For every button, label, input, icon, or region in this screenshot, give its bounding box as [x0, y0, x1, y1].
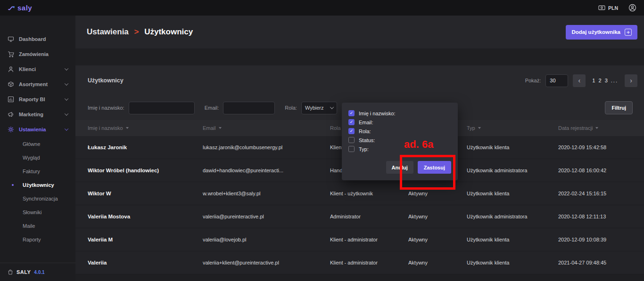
reports-chart-icon	[8, 96, 14, 103]
sort-arrow-down	[595, 127, 598, 129]
popup-option-type[interactable]: Typ:	[348, 145, 451, 153]
app-name: SALY	[17, 269, 31, 275]
cell-date: 2020-12-08 16:00:42	[558, 168, 644, 173]
currency-selector[interactable]: PLN	[598, 5, 618, 11]
sidebar-item-ustawienia[interactable]: Ustawienia	[0, 122, 75, 137]
cell-name: Valeriia Mostova	[88, 214, 203, 219]
table-row[interactable]: Valeriia Mostova valeriia@pureinteractiv…	[75, 205, 644, 228]
add-user-label: Dodaj użytkownika	[571, 29, 620, 35]
breadcrumb-parent[interactable]: Ustawienia	[87, 27, 129, 36]
chevron-down-icon	[65, 127, 68, 130]
cell-role: Administrator	[330, 214, 408, 219]
sidebar-item-glowne[interactable]: Główne	[0, 137, 75, 151]
popup-option-role[interactable]: Rola:	[348, 127, 451, 136]
cancel-button[interactable]: Anuluj	[386, 161, 413, 174]
account-icon[interactable]	[628, 4, 636, 12]
cell-email: dawid+handlowiec@pureinteracti...	[203, 168, 330, 173]
cell-email: valeriia@lovejob.pl	[203, 237, 330, 242]
app-logo[interactable]: saly	[8, 4, 32, 12]
sidebar-item-maile[interactable]: Maile	[0, 219, 75, 233]
column-header-type[interactable]: Typ	[467, 125, 558, 131]
add-user-button[interactable]: Dodaj użytkownika +	[566, 25, 637, 40]
sidebar-item-wyglad[interactable]: Wygląd	[0, 151, 75, 164]
filter-role-select[interactable]: Wybierz	[301, 102, 337, 114]
apply-button[interactable]: Zastosuj	[418, 161, 451, 174]
currency-label: PLN	[608, 5, 618, 11]
cell-type: Użytkownik administratora	[467, 214, 558, 219]
sort-arrow-down	[478, 127, 481, 129]
sidebar-item-raporty[interactable]: Raporty	[0, 233, 75, 246]
banknote-icon	[598, 5, 605, 11]
cell-name: Wiktor W	[88, 191, 203, 196]
checkbox-unchecked-icon[interactable]	[348, 146, 355, 152]
sidebar-subitem-label: Faktury	[23, 169, 40, 174]
checkbox-checked-icon[interactable]	[348, 128, 355, 134]
table-row[interactable]: Valeriia M valeriia@lovejob.pl Klient - …	[75, 228, 644, 251]
filter-name-input[interactable]	[129, 102, 195, 114]
sidebar-item-label: Klienci	[19, 66, 36, 72]
sidebar-subitem-label: Wygląd	[23, 155, 40, 161]
chevron-down-icon	[330, 105, 334, 109]
sidebar-submenu-ustawienia: Główne Wygląd Faktury Użytkownicy Synchr…	[0, 137, 75, 246]
filter-button[interactable]: Filtruj	[605, 101, 633, 114]
breadcrumb: Ustawienia > Użytkownicy	[87, 27, 193, 37]
marketing-megaphone-icon	[8, 111, 14, 118]
filter-email-label: Email:	[205, 105, 219, 111]
popup-option-status[interactable]: Status:	[348, 136, 451, 145]
option-label: Rola:	[359, 128, 371, 134]
pagination-next-button[interactable]: ›	[625, 74, 637, 87]
popup-option-name[interactable]: Imię i nazwisko:	[348, 109, 451, 118]
panel-header: Użytkownicy Pokaż: ‹ 1 2 3 ... ›	[75, 65, 644, 96]
chevron-down-icon	[65, 112, 68, 115]
sidebar-item-zamowienia[interactable]: Zamówienia	[0, 47, 75, 62]
column-header-email[interactable]: Email	[203, 125, 330, 131]
page-header: Ustawienia > Użytkownicy Dodaj użytkowni…	[75, 16, 644, 48]
breadcrumb-separator: >	[134, 27, 139, 36]
sidebar-item-synchronizacja[interactable]: Synchronizacja	[0, 192, 75, 205]
cell-type: Użytkownik administratora	[467, 168, 558, 173]
sidebar-item-raporty-bi[interactable]: Raporty BI	[0, 92, 75, 107]
spacer	[75, 48, 644, 65]
sidebar-item-label: Ustawienia	[19, 127, 46, 132]
main-content: Ustawienia > Użytkownicy Dodaj użytkowni…	[75, 16, 644, 281]
filter-email-input[interactable]	[223, 102, 275, 114]
column-header-name[interactable]: Imię i nazwisko	[88, 125, 203, 131]
checkbox-unchecked-icon[interactable]	[348, 137, 355, 143]
cell-email: lukasz.jaronik@columbusenergy.pl	[203, 145, 330, 150]
sidebar-subitem-label: Raporty	[23, 237, 41, 242]
pagination-prev-button[interactable]: ‹	[573, 74, 586, 87]
cell-type: Użytkownik klienta	[467, 237, 558, 242]
sidebar-item-marketing[interactable]: Marketing	[0, 107, 75, 122]
sidebar-item-label: Asortyment	[19, 81, 48, 87]
sidebar-item-label: Raporty BI	[19, 96, 45, 102]
sidebar-subitem-label: Maile	[23, 223, 35, 229]
pagination-pages[interactable]: 1 2 3 ...	[592, 78, 618, 83]
sidebar-item-faktury[interactable]: Faktury	[0, 164, 75, 178]
show-label: Pokaż:	[525, 78, 541, 83]
sidebar-item-uzytkownicy[interactable]: Użytkownicy	[0, 178, 75, 192]
popup-option-email[interactable]: Email:	[348, 118, 451, 127]
cell-status: Aktywny	[408, 260, 467, 265]
cell-date: 2021-04-27 09:48:45	[558, 260, 644, 265]
chevron-down-icon	[65, 66, 68, 70]
column-header-date[interactable]: Data rejestracji	[558, 125, 644, 131]
plus-icon: +	[625, 29, 632, 36]
saly-swirl-icon	[8, 5, 15, 11]
table-row[interactable]: Wiktor W w.wrobel+klient3@saly.pl Klient…	[75, 182, 644, 205]
cell-status: Aktywny	[408, 191, 467, 196]
checkbox-checked-icon[interactable]	[348, 110, 355, 116]
sidebar-item-klienci[interactable]: Klienci	[0, 62, 75, 77]
sidebar-item-dashboard[interactable]: Dashboard	[0, 32, 75, 47]
topbar: saly PLN	[0, 0, 644, 16]
table-row[interactable]: Valeriia valeriia+klient@pureinteractive…	[75, 251, 644, 274]
page-size-input[interactable]	[545, 74, 568, 87]
cell-type: Użytkownik klienta	[467, 191, 558, 196]
settings-gear-icon	[8, 126, 14, 133]
cell-name: Wiktor Wróbel (handlowiec)	[88, 168, 203, 173]
sort-arrow-down	[126, 127, 129, 129]
checkbox-checked-icon[interactable]	[348, 119, 355, 125]
sidebar-item-asortyment[interactable]: Asortyment	[0, 77, 75, 92]
sidebar-item-label: Zamówienia	[19, 51, 49, 57]
sidebar-subitem-label: Słowniki	[23, 209, 41, 215]
sidebar-item-slowniki[interactable]: Słowniki	[0, 205, 75, 219]
